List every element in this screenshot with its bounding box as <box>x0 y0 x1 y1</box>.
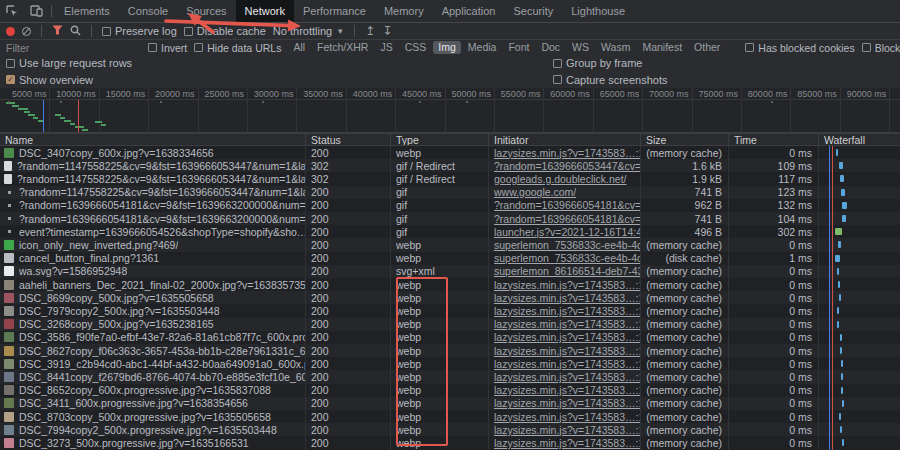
table-row[interactable]: ?random=1639666054181&cv=9&fst=163966320… <box>0 199 900 212</box>
use-large-request-rows-checkbox[interactable]: Use large request rows <box>6 57 132 69</box>
tab-console[interactable]: Console <box>119 0 177 22</box>
size-cell: (memory cache) <box>640 423 728 436</box>
tab-security[interactable]: Security <box>504 0 562 22</box>
search-icon[interactable] <box>70 25 81 38</box>
waterfall-cell <box>818 423 900 436</box>
table-row[interactable]: DSC_8652copy_600x.progressive.jpg?v=1635… <box>0 384 900 397</box>
table-row[interactable]: wa.svg?v=1586952948200svg+xmlsuperlemon_… <box>0 265 900 278</box>
table-row[interactable]: DSC_3273_500x.progressive.jpg?v=16351665… <box>0 436 900 449</box>
table-row[interactable]: cancel_button_final.png?1361200webpsuper… <box>0 252 900 265</box>
initiator-link[interactable]: lazysizes.min.js?v=1743583…:1 <box>494 331 640 343</box>
table-row[interactable]: DSC_7994copy2_500x.progressive.jpg?v=163… <box>0 423 900 436</box>
column-header-size[interactable]: Size <box>640 134 728 145</box>
tab-sources[interactable]: Sources <box>177 0 235 22</box>
size-cell: 1.9 kB <box>640 172 728 185</box>
column-header-status[interactable]: Status <box>305 134 390 145</box>
filter-type-other[interactable]: Other <box>689 41 725 54</box>
type-cell: gif / Redirect <box>390 159 488 172</box>
table-row[interactable]: DSC_8703copy_500x.progressive.jpg?v=1635… <box>0 410 900 423</box>
clear-network-log-icon[interactable] <box>22 27 31 36</box>
initiator-link[interactable]: lazysizes.min.js?v=1743583…:1 <box>494 147 640 159</box>
hide-data-urls-checkbox[interactable]: Hide data URLs <box>194 42 281 54</box>
table-row[interactable]: DSC_8441copy_f2679bd6-8766-4074-bb70-e88… <box>0 370 900 383</box>
column-header-waterfall[interactable]: Waterfall <box>818 134 900 145</box>
column-header-initiator[interactable]: Initiator <box>488 134 640 145</box>
table-row[interactable]: DSC_3268copy_500x.jpg?v=1635238165200web… <box>0 318 900 331</box>
table-row[interactable]: DSC_8627copy_f06c363c-3657-453a-bb1b-c28… <box>0 344 900 357</box>
initiator-link[interactable]: lazysizes.min.js?v=1743583…:1 <box>494 292 640 304</box>
filter-type-fetch-xhr[interactable]: Fetch/XHR <box>312 41 373 54</box>
filter-type-ws[interactable]: WS <box>567 41 594 54</box>
tab-elements[interactable]: Elements <box>55 0 119 22</box>
inspect-element-icon[interactable] <box>0 0 24 22</box>
initiator-link[interactable]: ?random=1639666054181&cv=9&fst=16… <box>494 213 640 225</box>
initiator-link[interactable]: superlemon_7536833c-ee4b-4dd5-afb4-3… <box>494 239 640 251</box>
table-row[interactable]: icon_only_new_inverted.png?469/200webpsu… <box>0 238 900 251</box>
table-row[interactable]: DSC_3919_c2b94cd0-abc1-44bf-a432-b0aa649… <box>0 357 900 370</box>
initiator-link[interactable]: ?random=1639666054181&cv=9&fst=16… <box>494 199 640 211</box>
tab-application[interactable]: Application <box>433 0 505 22</box>
initiator-link[interactable]: launcher.js?v=2021-12-16T14:4 <box>494 226 640 238</box>
status-cell: 200 <box>305 397 390 410</box>
network-overview-timeline[interactable]: 5000 ms10000 ms15000 ms20000 ms25000 ms3… <box>0 88 900 133</box>
initiator-link[interactable]: lazysizes.min.js?v=1743583…:1 <box>494 411 640 423</box>
tab-performance[interactable]: Performance <box>294 0 375 22</box>
tab-memory[interactable]: Memory <box>375 0 433 22</box>
capture-screenshots-checkbox[interactable]: Capture screenshots <box>553 74 668 86</box>
blocked-requests-checkbox[interactable]: Blocked Requests <box>862 42 900 54</box>
initiator-link[interactable]: superlemon_7536833c-ee4b-4dd5-afb4-3… <box>494 252 640 264</box>
table-row[interactable]: ?random=1147558225&cv=9&fst=163966605344… <box>0 172 900 185</box>
invert-checkbox[interactable]: Invert <box>148 42 187 54</box>
tab-network[interactable]: Network <box>236 0 294 22</box>
table-row[interactable]: DSC_3586_f90fe7a0-efbf-43e7-82a6-81a61cb… <box>0 331 900 344</box>
filter-type-media[interactable]: Media <box>463 41 502 54</box>
filter-type-css[interactable]: CSS <box>400 41 432 54</box>
filter-type-manifest[interactable]: Manifest <box>637 41 687 54</box>
initiator-link[interactable]: lazysizes.min.js?v=1743583…:1 <box>494 305 640 317</box>
disable-cache-checkbox[interactable]: Disable cache <box>184 25 266 37</box>
show-overview-checkbox[interactable]: ✓ Show overview <box>6 74 93 86</box>
initiator-link[interactable]: lazysizes.min.js?v=1743583…:1 <box>494 358 640 370</box>
initiator-link[interactable]: superlemon_86166514-deb7-43dc-8b2f-7… <box>494 265 640 277</box>
filter-type-doc[interactable]: Doc <box>536 41 565 54</box>
table-row[interactable]: aaheli_banners_Dec_2021_final-02_2000x.j… <box>0 278 900 291</box>
initiator-link[interactable]: lazysizes.min.js?v=1743583…:1 <box>494 397 640 409</box>
filter-funnel-icon[interactable] <box>52 25 63 37</box>
column-header-name[interactable]: Name <box>0 134 305 145</box>
initiator-link[interactable]: lazysizes.min.js?v=1743583…:1 <box>494 318 640 330</box>
import-har-icon[interactable]: ↥ <box>365 26 375 36</box>
filter-type-font[interactable]: Font <box>503 41 534 54</box>
table-row[interactable]: ?random=1147558225&cv=9&fst=163966605344… <box>0 159 900 172</box>
initiator-link[interactable]: www.google.com/ <box>494 186 576 198</box>
filter-input[interactable] <box>6 42 141 54</box>
filter-type-wasm[interactable]: Wasm <box>596 41 635 54</box>
table-row[interactable]: DSC_3411_600x.progressive.jpg?v=16383546… <box>0 397 900 410</box>
initiator-link[interactable]: googleads.g.doubleclick.net/ <box>494 173 627 185</box>
filter-type-all[interactable]: All <box>288 41 310 54</box>
table-row[interactable]: ?random=1639666054181&cv=9&fst=163966320… <box>0 212 900 225</box>
initiator-link[interactable]: lazysizes.min.js?v=1743583…:1 <box>494 345 640 357</box>
throttling-select[interactable]: No throttling ▼ <box>273 25 344 37</box>
column-header-time[interactable]: Time <box>728 134 818 145</box>
table-row[interactable]: DSC_8699copy_500x.jpg?v=1635505658200web… <box>0 291 900 304</box>
initiator-link[interactable]: lazysizes.min.js?v=1743583…:1 <box>494 371 640 383</box>
initiator-link[interactable]: lazysizes.min.js?v=1743583…:1 <box>494 424 640 436</box>
filter-type-img[interactable]: Img <box>433 41 461 54</box>
table-row[interactable]: DSC_7979copy2_500x.jpg?v=1635503448200we… <box>0 304 900 317</box>
export-har-icon[interactable]: ↧ <box>382 26 392 36</box>
initiator-link[interactable]: ?random=1639666053447&cv=9&fst=16… <box>494 160 640 172</box>
group-by-frame-checkbox[interactable]: Group by frame <box>553 57 642 69</box>
filter-type-js[interactable]: JS <box>375 41 397 54</box>
column-header-type[interactable]: Type <box>390 134 488 145</box>
preserve-log-checkbox[interactable]: Preserve log <box>102 25 177 37</box>
initiator-link[interactable]: lazysizes.min.js?v=1743583…:1 <box>494 384 640 396</box>
device-toolbar-icon[interactable] <box>24 0 48 22</box>
record-network-log-button[interactable] <box>6 27 15 36</box>
table-row[interactable]: DSC_3407copy_600x.jpg?v=1638334656200web… <box>0 146 900 159</box>
initiator-link[interactable]: lazysizes.min.js?v=1743583…:1 <box>494 437 640 449</box>
table-row[interactable]: event?timestamp=1639666054526&shopType=s… <box>0 225 900 238</box>
table-row[interactable]: ?random=1147558225&cv=9&fst=163966605344… <box>0 186 900 199</box>
initiator-link[interactable]: lazysizes.min.js?v=1743583…:1 <box>494 279 640 291</box>
has-blocked-cookies-checkbox[interactable]: Has blocked cookies <box>745 42 854 54</box>
tab-lighthouse[interactable]: Lighthouse <box>562 0 634 22</box>
